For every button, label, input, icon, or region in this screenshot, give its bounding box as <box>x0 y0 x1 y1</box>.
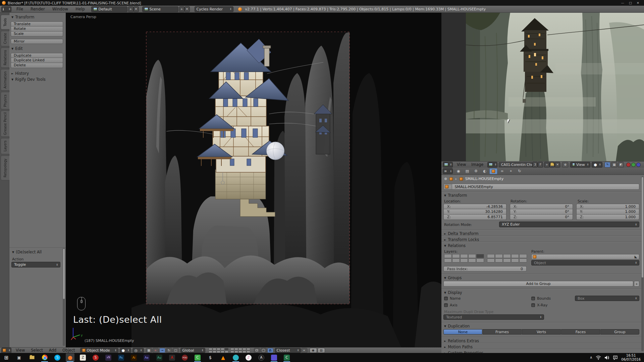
tab-render-layers[interactable]: ▤ <box>463 168 471 174</box>
relations-extras-header[interactable]: Relations Extras <box>441 338 641 343</box>
toolshelf-scrollbar[interactable] <box>63 248 65 346</box>
menu-view[interactable]: View <box>13 348 28 353</box>
dollar-app-icon[interactable]: $ <box>206 353 215 362</box>
duplicate-button[interactable]: Duplicate <box>11 53 63 58</box>
acrobat-icon[interactable]: A <box>168 353 176 362</box>
operator-panel-header[interactable]: (De)select All <box>12 250 42 254</box>
mode-select[interactable]: Object Mode <box>80 348 118 353</box>
scale-y-field[interactable]: Y:1.000 <box>576 209 639 215</box>
snap-element-select[interactable]: Closest <box>275 348 301 353</box>
taskbar-clock[interactable]: 16:51 06/07/2016 <box>621 354 641 362</box>
relations-header[interactable]: Relations <box>441 242 641 248</box>
bounds-type-select[interactable]: Box <box>575 296 639 301</box>
tab-create[interactable]: Create <box>1 31 9 46</box>
editor-type-button-image[interactable] <box>443 162 453 168</box>
xray-checkbox[interactable] <box>531 303 535 307</box>
scale-z-field[interactable]: Z:1.000 <box>576 215 639 220</box>
menu-help[interactable]: Help <box>72 6 88 13</box>
action-center-icon[interactable] <box>613 355 618 360</box>
image-users-button[interactable]: 3 <box>532 162 538 168</box>
tab-layers[interactable]: Layers <box>1 138 9 154</box>
pivot-select[interactable]: ◎ <box>132 348 144 353</box>
snap-toggle-button[interactable]: U <box>267 348 273 353</box>
custom-properties-header[interactable]: Custom Properties <box>441 350 641 353</box>
edit-panel-header[interactable]: Edit <box>11 46 22 51</box>
duplication-frames-button[interactable]: Frames <box>483 329 522 335</box>
location-y-field[interactable]: Y:30.16280 <box>443 209 506 215</box>
pin-button[interactable]: ⊕ <box>562 162 568 168</box>
tab-world[interactable]: ◐ <box>481 168 489 174</box>
rotation-x-field[interactable]: X:0° <box>510 204 573 209</box>
eyedropper-icon[interactable]: ◢ <box>635 255 638 258</box>
draw-type-select[interactable]: Textured <box>443 314 544 320</box>
close-button[interactable]: ✕ <box>637 1 639 5</box>
teal-app-icon[interactable] <box>231 353 240 362</box>
xnormal-icon[interactable]: xN <box>104 353 113 362</box>
minimize-button[interactable]: — <box>621 1 625 5</box>
green-channel-button[interactable] <box>631 163 636 167</box>
display-header[interactable]: Display <box>441 289 641 295</box>
manipulator-toggle-button[interactable]: ▦ <box>146 348 152 353</box>
tab-relations[interactable]: Relations <box>1 48 9 68</box>
rotation-z-field[interactable]: Z:0° <box>510 215 573 220</box>
orientation-select[interactable]: Global <box>180 348 205 353</box>
object-layers-b[interactable] <box>487 254 527 262</box>
mirror-button[interactable]: Mirror <box>11 39 63 44</box>
menu-window[interactable]: Window <box>49 6 72 13</box>
lock-to-scene-button[interactable] <box>254 348 260 353</box>
editor-type-button-3dview[interactable] <box>1 348 11 353</box>
itunes-icon[interactable]: ♪ <box>244 353 253 362</box>
transform-panel-header[interactable]: Transform <box>441 192 641 198</box>
new-image-button[interactable]: + <box>544 162 549 168</box>
bounds-checkbox[interactable] <box>531 297 535 300</box>
parent-type-select[interactable]: Object <box>531 260 639 265</box>
rotate-button[interactable]: Rotate <box>11 26 63 32</box>
image-mode-select[interactable]: View <box>570 162 590 168</box>
zbrush-icon[interactable]: Z <box>78 353 87 362</box>
properties-scrollbar[interactable] <box>641 176 644 351</box>
celtx-icon[interactable]: C <box>193 353 202 362</box>
object-layers-a[interactable] <box>444 254 484 262</box>
image-name-field[interactable]: CA01-Corentin Che.. <box>499 162 532 167</box>
image-menu-view[interactable]: View <box>454 162 469 168</box>
add-scene-button[interactable]: + <box>179 6 184 12</box>
groups-header[interactable]: Groups <box>441 275 641 280</box>
rigify-panel-header[interactable]: Rigify Dev Tools <box>11 77 46 82</box>
delete-scene-button[interactable]: ✕ <box>184 6 190 12</box>
motion-paths-header[interactable]: Motion Paths <box>441 344 641 349</box>
render-still-button[interactable]: ◉ <box>310 348 317 353</box>
skype-icon[interactable]: S <box>53 353 62 362</box>
fake-user-button[interactable]: F <box>538 162 543 168</box>
illustrator-icon[interactable]: Ai <box>129 353 138 362</box>
tab-object[interactable] <box>489 168 497 174</box>
render-engine-select[interactable]: Cycles Render <box>195 6 233 12</box>
rotation-mode-select[interactable]: XYZ Euler <box>499 222 639 227</box>
menu-file[interactable]: File <box>13 6 27 13</box>
blender-icon[interactable]: ● <box>66 353 74 362</box>
speaker-icon[interactable] <box>604 355 609 360</box>
image-menu-image[interactable]: Image <box>469 162 486 168</box>
screen-layout-selector[interactable]: Default <box>91 6 127 12</box>
menu-render[interactable]: Render <box>27 6 49 13</box>
scene-selector[interactable]: Scene <box>142 6 178 12</box>
tab-animation[interactable]: Animation <box>1 69 9 90</box>
duplication-verts-button[interactable]: Verts <box>522 329 561 335</box>
file-explorer-icon[interactable] <box>28 353 36 362</box>
scale-button[interactable]: Scale <box>11 32 63 37</box>
tray-chevron-icon[interactable]: ∧ <box>590 355 592 360</box>
red-channel-button[interactable] <box>626 163 631 167</box>
render-animation-button[interactable]: ▤ <box>318 348 325 353</box>
tab-physics[interactable]: ↻ <box>516 168 524 174</box>
duplication-none-button[interactable]: None <box>443 329 482 335</box>
duplication-faces-button[interactable]: Faces <box>561 329 600 335</box>
blue-channel-button[interactable] <box>636 163 641 167</box>
object-name-field[interactable]: SMALL-HOUSEEmpty <box>443 184 639 190</box>
parent-field[interactable]: ◢ <box>531 254 639 259</box>
menu-select[interactable]: Select <box>28 348 46 353</box>
transform-panel-header[interactable]: Transform <box>11 15 34 19</box>
transform-locks-header[interactable]: Transform Locks <box>441 236 641 242</box>
tab-constraints[interactable]: ∞ <box>498 168 506 174</box>
ramp-view-button[interactable]: ◩ <box>618 162 624 168</box>
maximize-button[interactable]: □ <box>629 1 632 5</box>
translate-manipulator-button[interactable]: → <box>159 348 165 353</box>
